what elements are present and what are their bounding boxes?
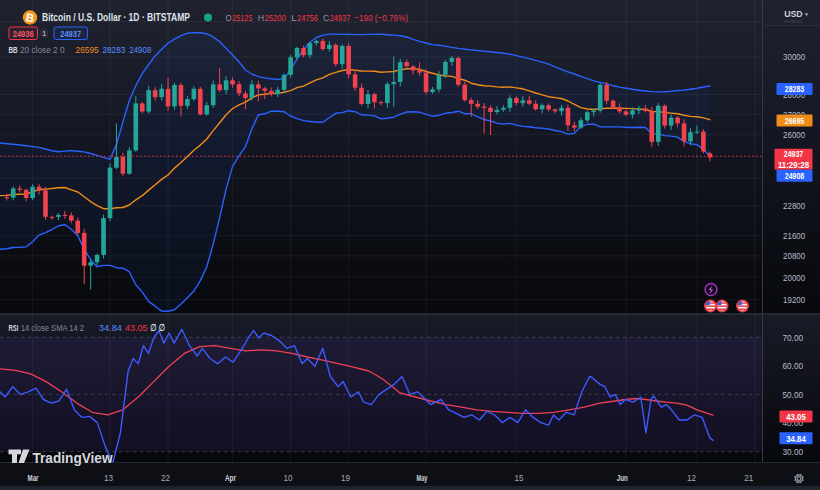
svg-text:30.00: 30.00 xyxy=(783,446,804,457)
svg-text:30000: 30000 xyxy=(783,51,805,62)
svg-text:26000: 26000 xyxy=(783,129,805,140)
svg-text:15: 15 xyxy=(515,472,524,483)
svg-text:25125: 25125 xyxy=(232,12,252,23)
svg-text:24756: 24756 xyxy=(297,12,318,23)
svg-text:10: 10 xyxy=(284,472,293,483)
svg-text:43.05: 43.05 xyxy=(125,322,148,333)
svg-text:May: May xyxy=(417,472,428,483)
svg-text:C: C xyxy=(323,12,329,23)
svg-text:70.00: 70.00 xyxy=(783,332,804,343)
svg-text:Bitcoin / U.S. Dollar · 1D · B: Bitcoin / U.S. Dollar · 1D · BITSTAMP xyxy=(42,12,190,23)
svg-text:24937: 24937 xyxy=(330,12,351,23)
svg-text:11:29:28: 11:29:28 xyxy=(778,160,809,170)
svg-text:RSI: RSI xyxy=(9,322,19,333)
svg-text:24908: 24908 xyxy=(129,44,151,55)
svg-text:12: 12 xyxy=(687,472,696,483)
svg-text:−190 (−0.76%): −190 (−0.76%) xyxy=(354,12,408,23)
svg-text:26695: 26695 xyxy=(785,116,805,126)
svg-text:25200: 25200 xyxy=(265,12,287,23)
svg-text:21: 21 xyxy=(744,472,753,483)
svg-text:50.00: 50.00 xyxy=(783,389,804,400)
svg-text:20000: 20000 xyxy=(783,272,805,283)
svg-text:UNLIMITED: UNLIMITED xyxy=(784,19,803,24)
svg-text:Apr: Apr xyxy=(225,472,236,483)
svg-text:60.00: 60.00 xyxy=(783,360,804,371)
svg-text:20800: 20800 xyxy=(783,250,805,261)
svg-text:21600: 21600 xyxy=(783,230,805,241)
svg-text:22: 22 xyxy=(161,472,170,483)
svg-text:19200: 19200 xyxy=(783,294,805,305)
svg-text:USD: USD xyxy=(784,8,803,19)
svg-text:Jun: Jun xyxy=(617,472,628,483)
svg-text:19: 19 xyxy=(341,472,350,483)
svg-text:28283: 28283 xyxy=(102,44,125,55)
svg-text:43.05: 43.05 xyxy=(786,412,806,422)
svg-text:14 close SMA 14 2: 14 close SMA 14 2 xyxy=(21,322,84,333)
svg-text:20 close 2 0: 20 close 2 0 xyxy=(20,44,65,55)
svg-text:22800: 22800 xyxy=(783,200,805,211)
svg-text:TradingView: TradingView xyxy=(33,450,114,466)
svg-text:34.84: 34.84 xyxy=(786,434,806,444)
svg-text:1: 1 xyxy=(42,30,46,37)
svg-text:24936: 24936 xyxy=(13,29,34,39)
svg-text:24908: 24908 xyxy=(785,171,805,181)
svg-text:H: H xyxy=(258,12,264,23)
svg-text:26595: 26595 xyxy=(76,44,99,55)
svg-text:28283: 28283 xyxy=(785,84,805,94)
svg-text:24937: 24937 xyxy=(784,149,804,159)
svg-text:O: O xyxy=(226,12,233,23)
svg-text:24937: 24937 xyxy=(60,29,81,39)
svg-text:∅ ∅: ∅ ∅ xyxy=(150,322,165,333)
svg-text:Mar: Mar xyxy=(28,472,39,483)
svg-text:13: 13 xyxy=(104,472,113,483)
svg-text:34.84: 34.84 xyxy=(99,322,123,333)
svg-text:BB: BB xyxy=(9,44,18,55)
